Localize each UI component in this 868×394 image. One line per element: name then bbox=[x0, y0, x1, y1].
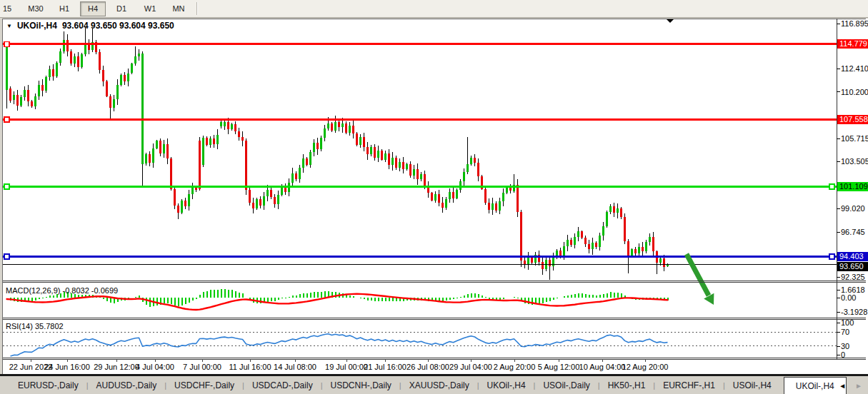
trading-terminal-window: 15M30H1H4D1W1MN ▼ UKOil-,H4 93.604 93.65… bbox=[0, 0, 868, 394]
date-axis-label: 24 Jun 16:00 bbox=[44, 363, 90, 371]
timeframe-button-w1[interactable]: W1 bbox=[137, 1, 163, 16]
price-tag-94.403: 94.403 bbox=[837, 252, 868, 261]
date-axis-label: 19 Jul 00:00 bbox=[325, 363, 368, 371]
chart-title: ▼ UKOil-,H4 93.604 93.650 93.604 93.650 bbox=[6, 21, 174, 31]
date-axis-label: 2 Aug 20:00 bbox=[494, 363, 536, 371]
price-axis-label: 116.895 bbox=[841, 19, 868, 28]
rsi-axis-label: 70 bbox=[841, 328, 849, 336]
price-axis-label: 110.200 bbox=[841, 88, 868, 96]
timeframe-button-d1[interactable]: D1 bbox=[109, 1, 134, 16]
symbol-tab-usdcnh-daily[interactable]: USDCNH-,Daily bbox=[323, 377, 399, 394]
chart-dropdown-icon[interactable]: ▼ bbox=[6, 23, 12, 29]
date-axis-label: 29 Jul 04:00 bbox=[449, 363, 492, 371]
symbol-tab-usoil-daily[interactable]: USOil-,Daily bbox=[535, 377, 597, 394]
date-axis-label: 4 Jul 04:00 bbox=[136, 363, 174, 371]
rsi-axis-label: 30 bbox=[841, 342, 849, 350]
symbol-tab-usoil-h4[interactable]: USOil-,H4 bbox=[725, 377, 779, 394]
chart-symbol-label: UKOil-,H4 bbox=[17, 21, 57, 31]
symbol-tab-audusd-daily[interactable]: AUDUSD-,Daily bbox=[89, 377, 165, 394]
rsi-indicator-label: RSI(14) 35.7802 bbox=[6, 322, 64, 330]
timeframe-button-mn[interactable]: MN bbox=[166, 1, 191, 16]
symbol-tab-xauusd-daily[interactable]: XAUUSD-,Daily bbox=[401, 377, 477, 394]
price-axis-label: 103.505 bbox=[841, 157, 868, 166]
tab-scroll-left-icon[interactable]: ◄ bbox=[839, 382, 846, 390]
date-axis-label: 5 Aug 12:00 bbox=[538, 363, 580, 371]
timeframe-toolbar: 15M30H1H4D1W1MN bbox=[0, 0, 868, 18]
symbol-tab-hk50-h1[interactable]: HK50-,H1 bbox=[600, 377, 654, 394]
date-axis-label: 12 Aug 20:00 bbox=[622, 363, 669, 371]
date-axis-label: 10 Aug 04:00 bbox=[579, 363, 626, 371]
timeframe-button-h1[interactable]: H1 bbox=[51, 1, 77, 16]
price-axis-label: 99.020 bbox=[841, 204, 865, 213]
date-axis-label: 26 Jul 08:00 bbox=[406, 363, 449, 371]
date-axis-label: 21 Jul 16:00 bbox=[364, 363, 406, 371]
date-axis-label: 14 Jul 08:00 bbox=[274, 363, 316, 371]
price-tag-93.650: 93.650 bbox=[837, 262, 868, 271]
price-axis-label: 96.745 bbox=[841, 228, 865, 236]
symbol-tab-usdchf-daily[interactable]: USDCHF-,Daily bbox=[166, 377, 242, 394]
timeframe-button-h4[interactable]: H4 bbox=[80, 1, 106, 16]
toolbar-separator bbox=[196, 2, 197, 15]
date-axis-label: 7 Jul 00:00 bbox=[183, 363, 221, 371]
symbol-tabbar: EURUSD-,Daily|AUDUSD-,Daily|USDCHF-,Dail… bbox=[0, 377, 868, 394]
symbol-tab-ukoil-h4[interactable]: UKOil-,H4 bbox=[479, 377, 534, 394]
chart-ohlc-values: 93.604 93.650 93.604 93.650 bbox=[62, 21, 174, 31]
macd-axis-label: 0.00 bbox=[841, 293, 856, 302]
rsi-axis-label: 0 bbox=[841, 350, 845, 359]
tabbar-scroll-arrows: ◄ ► bbox=[839, 377, 862, 394]
price-tag-107.558: 107.558 bbox=[837, 115, 868, 124]
symbol-tab-eurchf-h1[interactable]: EURCHF-,H1 bbox=[655, 377, 723, 394]
date-axis-label: 29 Jun 12:00 bbox=[94, 363, 139, 371]
tab-scroll-right-icon[interactable]: ► bbox=[855, 382, 862, 390]
macd-axis-label: -3.1928 bbox=[841, 308, 867, 316]
price-tag-101.109: 101.109 bbox=[837, 182, 868, 191]
price-axis-label: 92.325 bbox=[841, 273, 865, 281]
price-axis-label: 105.715 bbox=[841, 134, 868, 143]
symbol-tab-usdcad-daily[interactable]: USDCAD-,Daily bbox=[244, 377, 321, 394]
macd-indicator-label: MACD(12,26,9) -0.8032 -0.0699 bbox=[6, 286, 118, 295]
symbol-tab-ukoil-h4-active[interactable]: UKOil-,H4 bbox=[784, 377, 847, 394]
date-axis-label: 11 Jul 16:00 bbox=[229, 363, 271, 371]
price-tag-114.779: 114.779 bbox=[837, 39, 868, 49]
rsi-axis-label: 100 bbox=[841, 318, 854, 327]
symbol-tab-eurusd-daily[interactable]: EURUSD-,Daily bbox=[10, 377, 86, 394]
timeframe-button-15[interactable]: 15 bbox=[0, 1, 20, 16]
price-axis-label: 112.410 bbox=[841, 64, 868, 73]
chart-canvas[interactable] bbox=[0, 0, 868, 394]
timeframe-button-m30[interactable]: M30 bbox=[23, 1, 49, 16]
